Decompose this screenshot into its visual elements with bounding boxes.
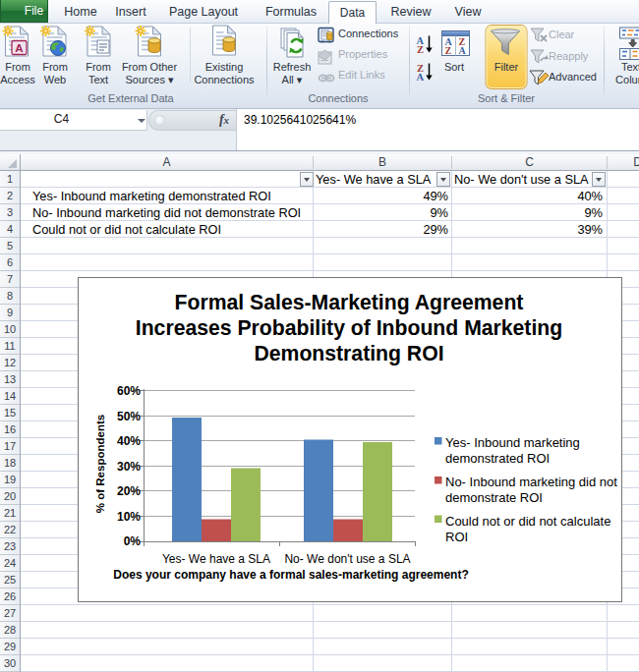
svg-text:60%: 60% bbox=[117, 384, 141, 398]
svg-text:demonstrated ROI: demonstrated ROI bbox=[445, 451, 550, 466]
svg-text:A: A bbox=[15, 42, 23, 54]
svg-text:Could not or did not calculate: Could not or did not calculate bbox=[445, 514, 610, 529]
svg-text:Yes- We have a SLA: Yes- We have a SLA bbox=[162, 552, 270, 566]
svg-text:40%: 40% bbox=[117, 434, 141, 448]
svg-text:Formal Sales-Marketing Agreeme: Formal Sales-Marketing Agreement bbox=[175, 291, 524, 314]
svg-text:% of Respondents: % of Respondents bbox=[94, 415, 106, 513]
svg-text:10%: 10% bbox=[117, 510, 141, 524]
svg-text:A: A bbox=[417, 72, 425, 83]
svg-text:A: A bbox=[459, 45, 467, 56]
svg-text:ROI: ROI bbox=[445, 530, 468, 544]
svg-text:No- Inbound marketing did not: No- Inbound marketing did not bbox=[445, 475, 617, 489]
svg-text:demonstrate ROI: demonstrate ROI bbox=[445, 490, 543, 505]
svg-text:0%: 0% bbox=[124, 534, 142, 548]
svg-text:Z: Z bbox=[445, 45, 452, 56]
svg-text:20%: 20% bbox=[117, 484, 141, 498]
svg-text:30%: 30% bbox=[117, 460, 141, 474]
svg-text:Does your company have a forma: Does your company have a formal sales-ma… bbox=[113, 568, 468, 582]
svg-text:50%: 50% bbox=[117, 410, 141, 423]
svg-text:Yes- Inbound marketing: Yes- Inbound marketing bbox=[445, 435, 580, 450]
svg-text:Demonstrating ROI: Demonstrating ROI bbox=[254, 342, 443, 365]
svg-text:Increases Probability of Inbou: Increases Probability of Inbound Marketi… bbox=[136, 316, 562, 340]
svg-text:Z: Z bbox=[417, 44, 424, 55]
svg-text:No- We don't use a SLA: No- We don't use a SLA bbox=[284, 552, 410, 566]
